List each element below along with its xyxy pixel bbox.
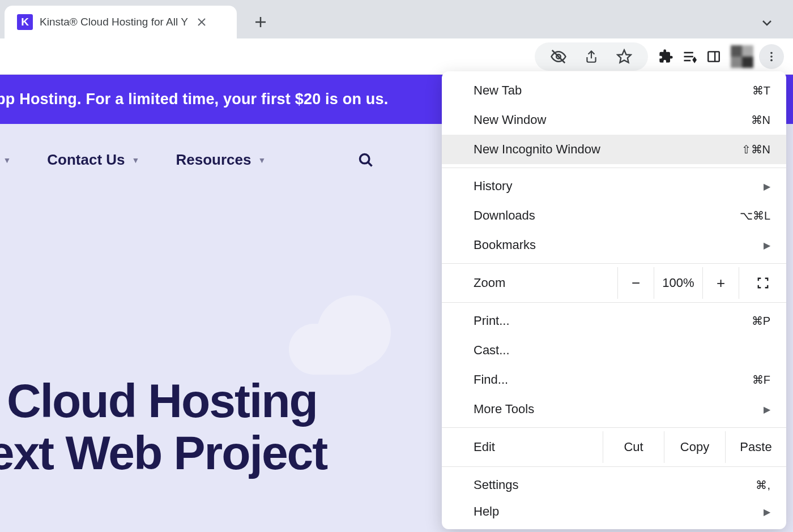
nav-item-contact[interactable]: Contact Us ▼ (47, 151, 139, 169)
menu-more-tools[interactable]: More Tools ▶ (442, 394, 786, 424)
profile-avatar[interactable] (731, 45, 753, 68)
zoom-value: 100% (654, 267, 702, 299)
menu-help[interactable]: Help ▶ (442, 500, 786, 529)
menu-item-label: New Incognito Window (474, 142, 741, 157)
tab-strip: K Kinsta® Cloud Hosting for All Y (0, 0, 793, 38)
svg-point-13 (770, 55, 773, 58)
menu-shortcut: ⌘P (752, 314, 770, 328)
zoom-out-button[interactable]: − (617, 267, 654, 299)
nav-item-partial[interactable]: ents ▼ (0, 151, 11, 169)
menu-new-tab[interactable]: New Tab ⌘T (442, 76, 786, 105)
menu-settings[interactable]: Settings ⌘, (442, 470, 786, 500)
chevron-right-icon: ▶ (764, 181, 770, 192)
svg-point-14 (770, 59, 773, 61)
menu-item-label: More Tools (474, 402, 764, 417)
search-button[interactable] (358, 152, 374, 168)
menu-shortcut: ⌘F (752, 373, 770, 387)
eye-off-icon[interactable] (547, 45, 570, 68)
browser-tab[interactable]: K Kinsta® Cloud Hosting for All Y (5, 6, 237, 38)
share-icon[interactable] (580, 45, 603, 68)
zoom-in-button[interactable]: + (702, 267, 739, 299)
puzzle-icon[interactable] (655, 45, 677, 68)
menu-separator (442, 302, 786, 303)
svg-point-15 (360, 154, 369, 163)
chevron-right-icon: ▶ (764, 507, 770, 517)
browser-menu: New Tab ⌘T New Window ⌘N New Incognito W… (442, 71, 786, 529)
menu-item-label: Zoom (442, 276, 617, 290)
chevron-right-icon: ▶ (764, 404, 770, 415)
menu-separator (442, 427, 786, 428)
fullscreen-button[interactable] (739, 267, 786, 299)
menu-item-label: Help (474, 504, 764, 519)
nav-item-label: Resources (176, 151, 251, 169)
cloud-decoration (289, 295, 402, 375)
menu-bookmarks[interactable]: Bookmarks ▶ (442, 230, 786, 260)
menu-item-label: Bookmarks (474, 238, 764, 252)
menu-shortcut: ⌥⌘L (740, 209, 770, 222)
menu-shortcut: ⇧⌘N (741, 143, 770, 156)
star-icon[interactable] (613, 45, 636, 68)
menu-shortcut: ⌘N (751, 113, 770, 127)
hero-line-2: Next Web Project (0, 427, 327, 479)
chevron-down-icon: ▼ (258, 156, 266, 165)
menu-shortcut: ⌘, (756, 478, 770, 492)
edit-paste-button[interactable]: Paste (725, 431, 786, 463)
menu-history[interactable]: History ▶ (442, 171, 786, 201)
svg-rect-10 (708, 52, 719, 61)
promo-banner-text: n App Hosting. For a limited time, your … (0, 91, 388, 108)
menu-downloads[interactable]: Downloads ⌥⌘L (442, 201, 786, 230)
sidepanel-icon[interactable] (702, 45, 725, 68)
chevron-right-icon: ▶ (764, 240, 770, 251)
svg-line-16 (368, 162, 372, 166)
close-icon[interactable] (195, 15, 208, 29)
svg-marker-6 (617, 50, 630, 62)
omnibox-actions (535, 42, 648, 71)
menu-cast[interactable]: Cast... (442, 336, 786, 365)
menu-shortcut: ⌘T (752, 84, 770, 97)
menu-new-incognito[interactable]: New Incognito Window ⇧⌘N (442, 135, 786, 164)
menu-separator (442, 466, 786, 467)
tab-title: Kinsta® Cloud Hosting for All Y (40, 16, 188, 28)
hero-heading: st Cloud Hosting Next Web Project (0, 375, 327, 479)
menu-item-label: History (474, 179, 764, 194)
menu-item-label: Edit (442, 440, 603, 454)
reading-list-icon[interactable] (679, 45, 701, 68)
menu-separator (442, 263, 786, 264)
edit-cut-button[interactable]: Cut (603, 431, 664, 463)
menu-item-label: New Tab (474, 83, 752, 98)
svg-point-12 (770, 52, 773, 54)
hero-line-1: st Cloud Hosting (0, 375, 327, 427)
menu-new-window[interactable]: New Window ⌘N (442, 105, 786, 135)
edit-copy-button[interactable]: Copy (664, 431, 725, 463)
tabs-dropdown-icon[interactable] (760, 16, 774, 32)
menu-item-label: New Window (474, 113, 751, 127)
menu-item-label: Print... (474, 314, 752, 328)
menu-print[interactable]: Print... ⌘P (442, 306, 786, 336)
browser-toolbar (0, 38, 793, 75)
menu-edit: Edit Cut Copy Paste (442, 431, 786, 463)
menu-find[interactable]: Find... ⌘F (442, 365, 786, 394)
menu-item-label: Downloads (474, 208, 740, 223)
menu-item-label: Settings (474, 478, 756, 492)
chevron-down-icon: ▼ (132, 156, 140, 165)
tab-favicon: K (17, 14, 33, 30)
nav-item-label: Contact Us (47, 151, 125, 169)
menu-item-label: Cast... (474, 343, 770, 358)
menu-zoom: Zoom − 100% + (442, 267, 786, 299)
chevron-down-icon: ▼ (3, 156, 11, 165)
new-tab-button[interactable] (247, 8, 274, 36)
menu-separator (442, 168, 786, 168)
menu-item-label: Find... (474, 372, 752, 387)
kebab-menu-button[interactable] (759, 44, 784, 69)
nav-item-resources[interactable]: Resources ▼ (176, 151, 266, 169)
